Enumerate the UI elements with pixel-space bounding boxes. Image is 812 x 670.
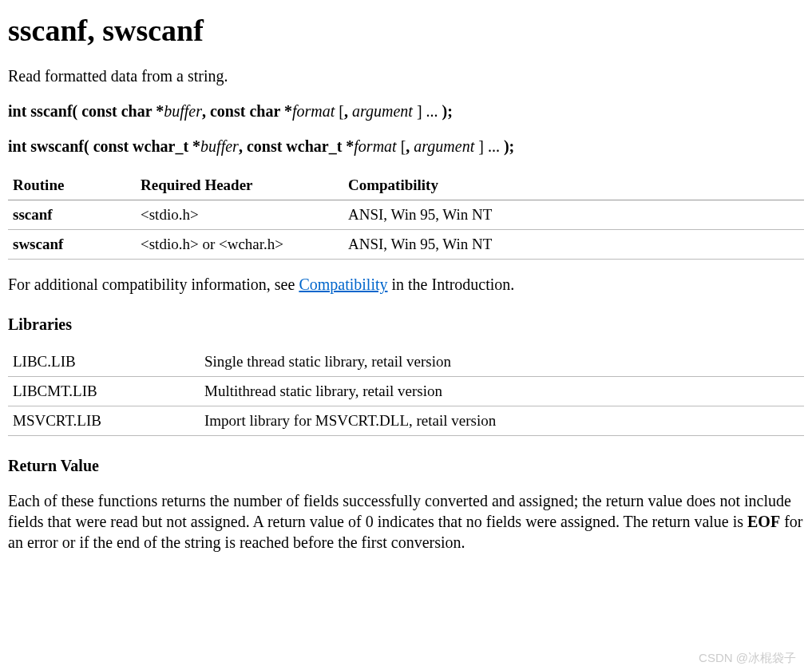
libraries-table: LIBC.LIB Single thread static library, r…: [8, 347, 804, 436]
compatibility-table: Routine Required Header Compatibility ss…: [8, 171, 804, 260]
signature-swscanf: int swscanf( const wchar_t *buffer, cons…: [8, 136, 804, 157]
table-header-row: Routine Required Header Compatibility: [8, 171, 804, 200]
table-row: swscanf <stdio.h> or <wchar.h> ANSI, Win…: [8, 230, 804, 260]
table-row: LIBCMT.LIB Multithread static library, r…: [8, 377, 804, 406]
table-row: LIBC.LIB Single thread static library, r…: [8, 347, 804, 377]
page-title: sscanf, swscanf: [8, 13, 804, 48]
return-value-text: Each of these functions returns the numb…: [8, 490, 804, 553]
return-value-heading: Return Value: [8, 455, 804, 476]
compat-note: For additional compatibility information…: [8, 274, 804, 295]
col-compat: Compatibility: [343, 171, 804, 200]
summary-text: Read formatted data from a string.: [8, 65, 804, 86]
col-routine: Routine: [8, 171, 136, 200]
libraries-heading: Libraries: [8, 314, 804, 335]
table-row: sscanf <stdio.h> ANSI, Win 95, Win NT: [8, 200, 804, 230]
col-header: Required Header: [136, 171, 343, 200]
table-row: MSVCRT.LIB Import library for MSVCRT.DLL…: [8, 406, 804, 436]
compatibility-link[interactable]: Compatibility: [299, 276, 387, 293]
signature-sscanf: int sscanf( const char *buffer, const ch…: [8, 101, 804, 121]
